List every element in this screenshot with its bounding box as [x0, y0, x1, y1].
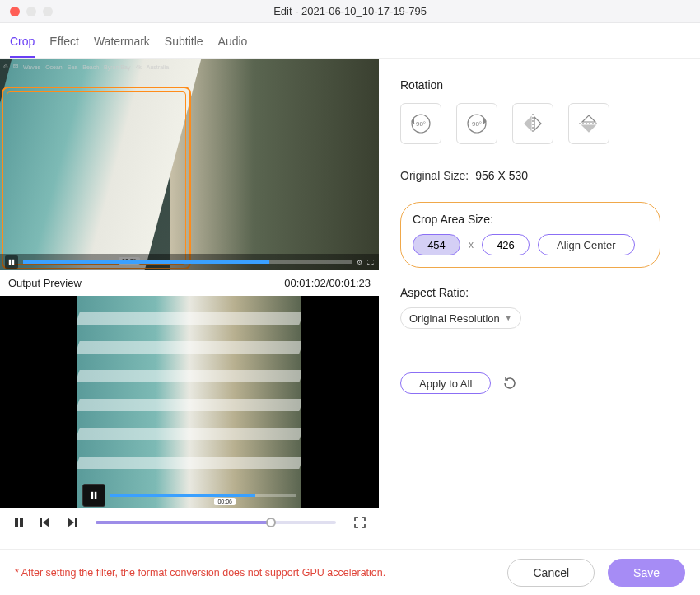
source-controls: ⚙ ⛶ [0, 254, 379, 270]
pause-button[interactable] [12, 515, 26, 530]
tab-subtitle[interactable]: Subtitle [165, 35, 203, 58]
preview-seek[interactable] [110, 494, 296, 497]
footer: * After setting the filter, the format c… [0, 549, 700, 595]
crop-height-input[interactable] [482, 234, 530, 255]
svg-rect-0 [9, 260, 11, 265]
preview-video: 00:06 [0, 296, 379, 508]
tab-audio[interactable]: Audio [218, 35, 248, 58]
svg-rect-1 [12, 260, 14, 265]
source-expand-icon[interactable]: ⛶ [367, 259, 374, 266]
source-watermark: ⊙⚄ Waves Ocean Sea Beach Byron Bay 4k Au… [3, 62, 376, 72]
divider [400, 349, 685, 349]
cancel-button[interactable]: Cancel [507, 559, 595, 587]
step-back-button[interactable] [38, 515, 53, 530]
svg-rect-2 [91, 492, 94, 499]
svg-rect-6 [40, 518, 42, 527]
align-center-button[interactable]: Align Center [538, 234, 635, 255]
source-pause-button[interactable] [5, 255, 18, 269]
player-controls [0, 508, 379, 536]
seek-thumb[interactable] [266, 518, 276, 527]
svg-rect-7 [75, 518, 77, 527]
rotate-ccw-button[interactable]: 90° [400, 103, 441, 144]
window-title: Edit - 2021-06-10_10-17-19-795 [10, 5, 690, 17]
window-controls [10, 7, 53, 16]
chevron-down-icon: ▼ [505, 314, 512, 322]
crop-area-panel: Crop Area Size: x Align Center [400, 202, 660, 268]
tab-watermark[interactable]: Watermark [94, 35, 150, 58]
minimize-window[interactable] [26, 7, 36, 16]
svg-rect-5 [20, 518, 23, 527]
rotate-cw-button[interactable]: 90° [456, 103, 497, 144]
preview-time: 00:01:02/00:01:23 [284, 277, 371, 289]
original-size-label: Original Size: [400, 169, 469, 182]
tab-crop[interactable]: Crop [10, 35, 35, 58]
preview-label: Output Preview [8, 277, 82, 289]
fullscreen-button[interactable] [352, 515, 367, 530]
svg-rect-4 [15, 518, 18, 527]
preview-frame: 00:06 [77, 296, 301, 508]
content: ⊙⚄ Waves Ocean Sea Beach Byron Bay 4k Au… [0, 59, 700, 536]
aspect-ratio-dropdown[interactable]: Original Resolution ▼ [400, 307, 521, 329]
seek-bar[interactable] [96, 521, 336, 524]
svg-text:90°: 90° [472, 120, 482, 128]
settings-panel: Rotation 90° 90° Original Size: 956 X 53… [379, 59, 700, 536]
svg-text:90°: 90° [416, 120, 426, 128]
step-forward-button[interactable] [64, 515, 79, 530]
crop-inputs: x Align Center [413, 234, 648, 255]
aspect-ratio-label: Aspect Ratio: [400, 286, 685, 299]
apply-row: Apply to All [400, 372, 685, 394]
aspect-ratio-value: Original Resolution [409, 312, 500, 325]
footer-buttons: Cancel Save [507, 559, 685, 587]
source-settings-icon[interactable]: ⚙ [357, 259, 362, 266]
aspect-ratio-row: Aspect Ratio: Original Resolution ▼ [400, 286, 685, 329]
close-window[interactable] [10, 7, 20, 16]
crop-area-label: Crop Area Size: [413, 213, 648, 226]
preview-pause-button[interactable] [82, 484, 105, 507]
maximize-window[interactable] [43, 7, 53, 16]
rotation-buttons: 90° 90° [400, 103, 685, 144]
crop-width-input[interactable] [413, 234, 460, 255]
source-video[interactable]: ⊙⚄ Waves Ocean Sea Beach Byron Bay 4k Au… [0, 59, 379, 270]
svg-rect-3 [95, 492, 97, 499]
tab-effect[interactable]: Effect [49, 35, 79, 58]
save-button[interactable]: Save [608, 559, 685, 587]
preview-controls [82, 485, 296, 505]
apply-to-all-button[interactable]: Apply to All [400, 372, 491, 394]
edit-tabs: Crop Effect Watermark Subtitle Audio [0, 23, 700, 59]
original-size-row: Original Size: 956 X 530 [400, 169, 685, 182]
flip-vertical-button[interactable] [568, 103, 609, 144]
crop-size-separator: x [469, 239, 474, 251]
video-column: ⊙⚄ Waves Ocean Sea Beach Byron Bay 4k Au… [0, 59, 379, 536]
preview-header: Output Preview 00:01:02/00:01:23 [0, 270, 379, 296]
reset-icon[interactable] [502, 376, 517, 391]
gpu-warning: * After setting the filter, the format c… [15, 567, 507, 579]
titlebar: Edit - 2021-06-10_10-17-19-795 [0, 0, 700, 23]
original-size-value: 956 X 530 [475, 169, 528, 182]
crop-box[interactable]: 00:06 [2, 87, 191, 269]
source-seek[interactable] [23, 260, 352, 264]
flip-horizontal-button[interactable] [512, 103, 553, 144]
rotation-label: Rotation [400, 78, 685, 91]
